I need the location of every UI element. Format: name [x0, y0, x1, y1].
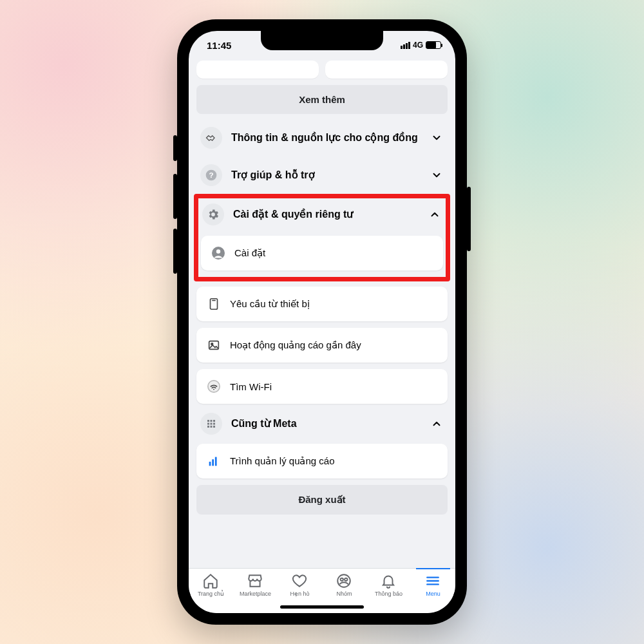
item-device-requests[interactable]: Yêu cầu từ thiết bị	[196, 287, 448, 321]
groups-icon	[336, 573, 352, 589]
bar-chart-icon	[205, 453, 222, 469]
svg-rect-10	[207, 420, 209, 422]
nav-notifications[interactable]: Thông báo	[367, 573, 410, 597]
logout-label: Đăng xuất	[298, 494, 345, 505]
svg-rect-15	[213, 423, 215, 425]
logout-button[interactable]: Đăng xuất	[196, 485, 448, 515]
item-ad-activity[interactable]: Hoạt động quảng cáo gần đây	[196, 328, 448, 363]
wifi-icon	[205, 378, 222, 395]
svg-rect-19	[209, 462, 211, 466]
item-label: Cài đặt	[234, 247, 265, 259]
svg-rect-12	[213, 420, 215, 422]
svg-point-9	[213, 389, 214, 390]
status-time: 11:45	[207, 40, 231, 51]
nav-label: Nhóm	[336, 591, 352, 597]
nav-menu[interactable]: Menu	[412, 573, 454, 597]
item-ads-manager[interactable]: Trình quản lý quảng cáo	[196, 444, 448, 478]
gear-icon	[202, 204, 224, 225]
section-label: Cũng từ Meta	[231, 417, 422, 431]
nav-label: Trang chủ	[198, 591, 224, 597]
bell-icon	[380, 573, 397, 589]
nav-dating[interactable]: Hẹn hò	[278, 573, 321, 597]
svg-point-22	[338, 574, 351, 587]
svg-rect-13	[207, 423, 209, 425]
svg-point-8	[208, 381, 220, 392]
volume-down-button	[173, 229, 177, 274]
store-icon	[247, 573, 263, 589]
svg-rect-21	[215, 457, 217, 466]
svg-rect-16	[207, 426, 209, 428]
item-label: Tìm Wi-Fi	[230, 381, 272, 392]
network-label: 4G	[413, 41, 423, 50]
phone-frame: 11:45 4G Xem thêm Thông tin & nguồn lực …	[177, 19, 467, 625]
item-label: Hoạt động quảng cáo gần đây	[230, 339, 361, 351]
svg-rect-6	[209, 341, 219, 350]
power-button	[467, 187, 471, 251]
device-icon	[205, 296, 222, 312]
menu-content: Xem thêm Thông tin & nguồn lực cho cộng …	[189, 59, 455, 568]
item-find-wifi[interactable]: Tìm Wi-Fi	[196, 369, 448, 404]
home-icon	[202, 573, 219, 589]
shortcut-card[interactable]	[196, 61, 319, 79]
volume-up-button	[173, 174, 177, 219]
see-more-button[interactable]: Xem thêm	[196, 85, 448, 114]
chevron-up-icon	[431, 418, 444, 430]
chevron-down-icon	[431, 132, 444, 144]
section-label: Thông tin & nguồn lực cho cộng đồng	[231, 131, 422, 145]
nav-home[interactable]: Trang chủ	[189, 573, 232, 597]
person-circle-icon	[210, 245, 227, 261]
apps-grid-icon	[200, 413, 222, 435]
notch	[261, 31, 383, 50]
nav-marketplace[interactable]: Marketplace	[234, 573, 276, 597]
svg-point-23	[341, 578, 343, 581]
shortcuts-row	[196, 61, 448, 79]
section-community[interactable]: Thông tin & nguồn lực cho cộng đồng	[196, 120, 448, 155]
nav-label: Hẹn hò	[290, 591, 309, 597]
question-icon: ?	[200, 164, 222, 186]
signal-icon	[401, 42, 410, 49]
svg-rect-14	[211, 423, 213, 425]
photo-icon	[205, 337, 222, 354]
side-button	[173, 135, 177, 161]
section-meta[interactable]: Cũng từ Meta	[196, 410, 448, 437]
see-more-label: Xem thêm	[299, 94, 345, 105]
nav-groups[interactable]: Nhóm	[323, 573, 365, 597]
screen: 11:45 4G Xem thêm Thông tin & nguồn lực …	[189, 31, 455, 613]
item-label: Trình quản lý quảng cáo	[230, 455, 335, 467]
heart-icon	[291, 573, 308, 589]
svg-rect-20	[212, 459, 214, 466]
section-label: Cài đặt & quyền riêng tư	[233, 208, 420, 222]
item-label: Yêu cầu từ thiết bị	[230, 298, 310, 310]
nav-label: Menu	[426, 591, 440, 597]
svg-text:?: ?	[209, 171, 213, 179]
status-right: 4G	[401, 41, 441, 50]
svg-rect-11	[211, 420, 213, 422]
handshake-icon	[200, 127, 222, 149]
section-settings-privacy[interactable]: Cài đặt & quyền riêng tư	[201, 200, 443, 229]
chevron-down-icon	[431, 169, 444, 181]
nav-label: Thông báo	[375, 591, 402, 597]
highlight-box: Cài đặt & quyền riêng tư Cài đặt	[194, 194, 450, 281]
battery-icon	[426, 41, 441, 49]
section-label: Trợ giúp & hỗ trợ	[231, 169, 422, 182]
item-settings[interactable]: Cài đặt	[201, 236, 443, 270]
svg-rect-17	[211, 426, 213, 428]
svg-rect-18	[213, 426, 215, 428]
svg-point-24	[345, 578, 348, 581]
section-help[interactable]: ? Trợ giúp & hỗ trợ	[196, 162, 448, 189]
nav-label: Marketplace	[240, 591, 271, 597]
svg-point-3	[216, 249, 220, 253]
chevron-up-icon	[429, 209, 442, 220]
shortcut-card[interactable]	[325, 61, 448, 79]
home-indicator[interactable]	[280, 605, 364, 609]
menu-icon	[424, 573, 441, 589]
